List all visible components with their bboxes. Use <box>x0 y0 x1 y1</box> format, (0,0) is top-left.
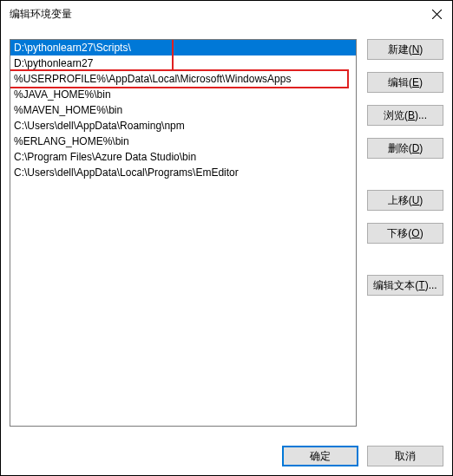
list-item[interactable]: D:\pythonlearn27 <box>10 55 356 71</box>
delete-button[interactable]: 删除(D) <box>367 138 443 159</box>
button-suffix: ... <box>418 109 427 121</box>
list-item[interactable]: %MAVEN_HOME%\bin <box>10 102 356 118</box>
list-item[interactable]: %ERLANG_HOME%\bin <box>10 134 356 149</box>
button-accelerator: E <box>412 76 419 88</box>
list-item[interactable]: D:\pythonlearn27\Scripts\ <box>10 40 356 55</box>
button-label: 编辑文本 <box>373 278 415 293</box>
new-button[interactable]: 新建(N) <box>367 39 443 60</box>
button-accelerator: D <box>412 142 420 154</box>
button-accelerator: U <box>412 194 420 206</box>
bottom-bar: 确定 取消 <box>282 446 443 466</box>
sidebar-buttons: 新建(N) 编辑(E) 浏览(B)... 删除(D) 上移(U) 下移(O) 编… <box>367 39 443 427</box>
list-item[interactable]: %JAVA_HOME%\bin <box>10 87 356 102</box>
close-button[interactable] <box>428 5 445 23</box>
button-accelerator: O <box>411 227 419 239</box>
button-label: 上移 <box>388 193 409 208</box>
list-item[interactable]: %USERPROFILE%\AppData\Local\Microsoft\Wi… <box>10 71 356 87</box>
button-accelerator: B <box>408 109 415 121</box>
list-item[interactable]: C:\Users\dell\AppData\Roaming\npm <box>10 118 356 134</box>
button-label: 确定 <box>310 449 331 464</box>
browse-button[interactable]: 浏览(B)... <box>367 105 443 126</box>
list-item[interactable]: C:\Program Files\Azure Data Studio\bin <box>10 149 356 165</box>
ok-button[interactable]: 确定 <box>282 446 358 466</box>
button-label: 取消 <box>395 449 416 464</box>
close-icon <box>432 10 442 19</box>
titlebar: 编辑环境变量 <box>1 1 452 27</box>
button-accelerator: N <box>412 43 420 55</box>
content-area: D:\pythonlearn27\Scripts\ D:\pythonlearn… <box>10 39 443 427</box>
move-down-button[interactable]: 下移(O) <box>367 223 443 244</box>
button-label: 下移 <box>387 226 408 241</box>
edit-text-button[interactable]: 编辑文本(T)... <box>367 275 443 296</box>
button-label: 编辑 <box>388 75 409 90</box>
button-label: 浏览 <box>384 108 404 123</box>
cancel-button[interactable]: 取消 <box>367 446 443 466</box>
move-up-button[interactable]: 上移(U) <box>367 190 443 211</box>
list-item[interactable]: C:\Users\dell\AppData\Local\Programs\EmE… <box>10 165 356 180</box>
path-listbox[interactable]: D:\pythonlearn27\Scripts\ D:\pythonlearn… <box>10 39 357 427</box>
button-label: 新建 <box>388 42 409 57</box>
button-label: 删除 <box>388 141 409 156</box>
window-title: 编辑环境变量 <box>10 7 72 22</box>
button-accelerator: T <box>418 279 424 291</box>
button-suffix: ... <box>429 279 437 291</box>
edit-button[interactable]: 编辑(E) <box>367 72 443 93</box>
